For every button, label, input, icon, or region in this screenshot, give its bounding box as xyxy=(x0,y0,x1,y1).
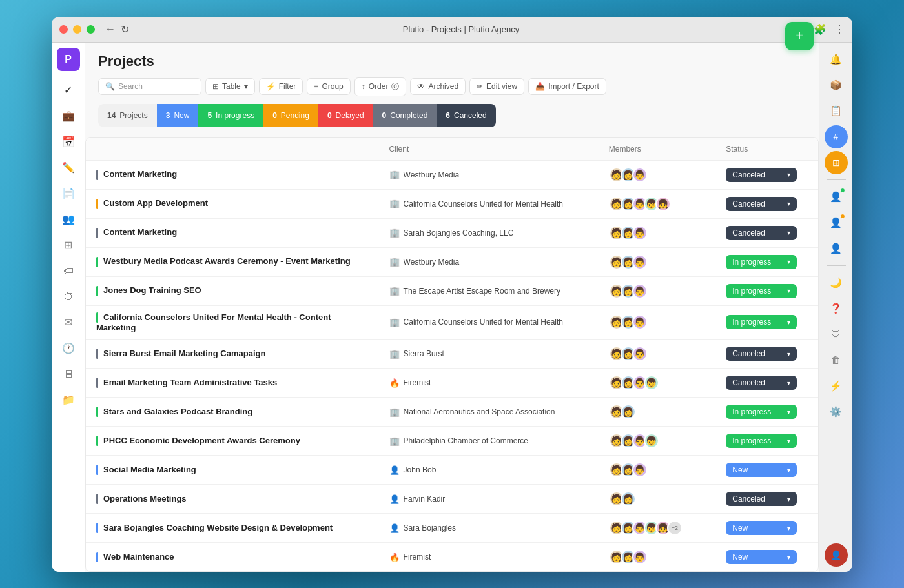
notif-icon[interactable]: 🔔 xyxy=(825,48,848,71)
close-button[interactable] xyxy=(59,25,68,34)
trash-icon[interactable]: 🗑 xyxy=(825,349,848,372)
client-icon: 🏢 xyxy=(389,318,400,327)
status-badge[interactable]: Canceled▾ xyxy=(726,226,797,240)
clipboard-icon[interactable]: 📋 xyxy=(825,99,848,123)
sidebar-item-tag[interactable]: 🏷 xyxy=(57,259,80,283)
table-row[interactable]: California Counselors United For Mental … xyxy=(86,305,818,340)
status-badge[interactable]: New▾ xyxy=(726,463,797,477)
inprogress-label: In progress xyxy=(216,111,254,120)
col-members: Members xyxy=(599,138,715,161)
search-button[interactable]: 🔍 Search xyxy=(98,78,201,95)
table-row[interactable]: Content Marketing🏢Westbury Media🧑👩👨Cance… xyxy=(86,160,818,189)
status-badge[interactable]: Canceled▾ xyxy=(726,197,797,211)
grid-icon[interactable]: ⊞ xyxy=(825,151,848,174)
sidebar-item-projects[interactable]: 💼 xyxy=(57,105,80,128)
seg-new[interactable]: 3 New xyxy=(157,104,199,127)
table-row[interactable]: Web Maintenance🔥Firemist🧑👩👨New▾ xyxy=(86,543,818,572)
table-row[interactable]: Westbury Media Podcast Awards Ceremony -… xyxy=(86,247,818,276)
box-icon[interactable]: 📦 xyxy=(825,74,848,97)
avatar-extra: +2 xyxy=(667,520,683,536)
seg-total[interactable]: 14 Projects xyxy=(98,104,157,127)
user3-avatar[interactable]: 👤 xyxy=(825,237,848,260)
maximize-button[interactable] xyxy=(87,25,95,34)
seg-delayed[interactable]: 0 Delayed xyxy=(318,104,373,127)
sidebar-item-tasks[interactable]: ✓ xyxy=(57,79,80,102)
hashtag-icon[interactable]: # xyxy=(825,125,848,148)
archived-button[interactable]: 👁 Archived xyxy=(410,78,466,95)
table-row[interactable]: Email Marketing Team Administrative Task… xyxy=(86,369,818,398)
table-row[interactable]: Social Media Marketing👤John Bob🧑👩👨New▾ xyxy=(86,456,818,485)
status-text: In progress xyxy=(732,407,771,416)
edit-view-button[interactable]: ✏ Edit view xyxy=(469,78,524,95)
table-row[interactable]: PHCC Economic Development Awards Ceremon… xyxy=(86,427,818,456)
status-badge[interactable]: In progress▾ xyxy=(726,434,797,448)
avatar: 👨 xyxy=(632,283,648,299)
status-badge[interactable]: In progress▾ xyxy=(726,405,797,419)
project-name-text: Jones Dog Training SEO xyxy=(103,285,201,295)
client-icon: 🔥 xyxy=(389,378,400,388)
status-badge[interactable]: Canceled▾ xyxy=(726,492,797,506)
user1-avatar[interactable]: 👤 xyxy=(825,185,848,208)
sidebar-item-grid[interactable]: ⊞ xyxy=(57,234,80,257)
table-row[interactable]: Operations Meetings👤Farvin Kadir🧑👩Cancel… xyxy=(86,485,818,514)
table-row[interactable]: Sara Bojangles Coaching Website Design &… xyxy=(86,514,818,543)
shield-icon[interactable]: 🛡 xyxy=(825,323,848,346)
new-count: 3 xyxy=(166,111,170,120)
pending-label: Pending xyxy=(281,111,309,120)
table-row[interactable]: Custom App Development🏢California Counse… xyxy=(86,189,818,218)
members-cell: 🧑👩👨 xyxy=(609,225,705,241)
status-badge[interactable]: Canceled▾ xyxy=(726,376,797,390)
chevron-down-icon: ▾ xyxy=(787,319,790,326)
table-row[interactable]: Sierra Burst Email Marketing Camapaign🏢S… xyxy=(86,340,818,369)
order-button[interactable]: ↕ Order ⓪ xyxy=(354,77,407,96)
user2-avatar[interactable]: 👤 xyxy=(825,211,848,234)
seg-inprogress[interactable]: 5 In progress xyxy=(198,104,263,127)
seg-completed[interactable]: 0 Completed xyxy=(373,104,437,127)
filter-button[interactable]: ⚡ Filter xyxy=(259,78,303,95)
status-text: In progress xyxy=(732,318,771,327)
table-row[interactable]: Content Marketing🏢Sarah Bojangles Coachi… xyxy=(86,218,818,247)
status-badge[interactable]: In progress▾ xyxy=(726,315,797,329)
sidebar-item-calendar[interactable]: 📅 xyxy=(57,130,80,154)
minimize-button[interactable] xyxy=(73,25,81,34)
lightning-icon[interactable]: ⚡ xyxy=(825,374,848,398)
status-badge[interactable]: Canceled▾ xyxy=(726,347,797,361)
question-icon[interactable]: ❓ xyxy=(825,297,848,320)
status-badge[interactable]: New▾ xyxy=(726,550,797,564)
sidebar-item-clock[interactable]: 🕐 xyxy=(57,337,80,360)
moon-icon[interactable]: 🌙 xyxy=(825,271,848,294)
client-name: The Escape Artist Escape Room and Brewer… xyxy=(404,287,560,296)
seg-pending[interactable]: 0 Pending xyxy=(263,104,318,127)
sidebar-item-folder[interactable]: 📁 xyxy=(57,389,80,412)
table-button[interactable]: ⊞ Table ▾ xyxy=(205,78,255,95)
group-button[interactable]: ≡ Group xyxy=(307,78,350,95)
avatar: 👨 xyxy=(632,225,648,241)
table-row[interactable]: Stars and Galaxies Podcast Branding🏢Nati… xyxy=(86,398,818,427)
new-label: New xyxy=(174,111,189,120)
table-row[interactable]: Jones Dog Training SEO🏢The Escape Artist… xyxy=(86,276,818,305)
status-badge[interactable]: In progress▾ xyxy=(726,284,797,298)
sidebar-item-monitor[interactable]: 🖥 xyxy=(57,363,80,386)
avatar: 👨 xyxy=(632,346,648,361)
seg-canceled[interactable]: 6 Canceled xyxy=(437,104,495,127)
status-badge[interactable]: Canceled▾ xyxy=(726,168,797,182)
user-avatar[interactable]: 👤 xyxy=(825,543,848,567)
menu-icon[interactable]: ⋮ xyxy=(834,23,845,35)
back-button[interactable]: ← xyxy=(105,23,116,35)
sidebar-item-pen[interactable]: ✏️ xyxy=(57,156,80,179)
sidebar-item-mail[interactable]: ✉ xyxy=(57,311,80,334)
puzzle-icon[interactable]: 🧩 xyxy=(814,23,827,35)
sidebar-item-time[interactable]: ⏱ xyxy=(57,285,80,309)
status-text: New xyxy=(732,465,748,474)
app-logo[interactable]: P xyxy=(57,48,80,71)
sidebar-item-users[interactable]: 👥 xyxy=(57,208,80,231)
sidebar-item-docs[interactable]: 📄 xyxy=(57,182,80,205)
total-count: 14 xyxy=(107,111,116,120)
settings-icon[interactable]: ⚙️ xyxy=(825,400,848,423)
refresh-button[interactable]: ↻ xyxy=(121,23,129,35)
members-cell: 🧑👩👨 xyxy=(609,314,705,330)
status-badge[interactable]: In progress▾ xyxy=(726,255,797,269)
status-badge[interactable]: New▾ xyxy=(726,521,797,535)
import-export-button[interactable]: 📥 Import / Export xyxy=(528,78,606,95)
add-project-button[interactable]: + xyxy=(785,22,814,50)
